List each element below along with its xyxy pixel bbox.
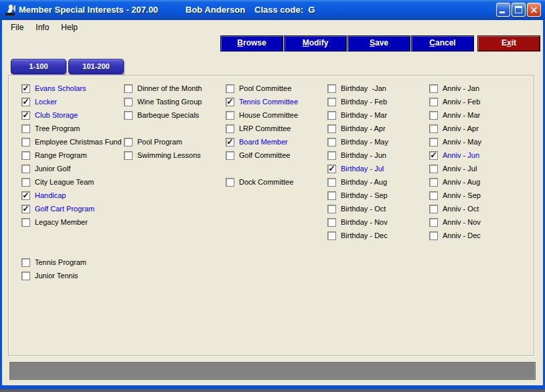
checkbox-unchecked[interactable] [327, 178, 336, 187]
checkbox-item-anniv-oct[interactable]: Anniv - Oct [429, 202, 481, 215]
checkbox-item-swimming-lessons[interactable]: Swimming Lessons [124, 149, 202, 162]
checkbox-unchecked[interactable] [327, 138, 336, 146]
checkbox-item-birthday-jan[interactable]: Birthday -Jan [327, 82, 388, 95]
checkbox-unchecked[interactable] [429, 191, 438, 200]
checkbox-item-birthday-jun[interactable]: Birthday - Jun [327, 149, 388, 162]
checkbox-unchecked[interactable] [429, 84, 438, 93]
checkbox-item-birthday-may[interactable]: Birthday - May [327, 135, 388, 149]
checkbox-unchecked[interactable] [327, 98, 336, 106]
checkbox-unchecked[interactable] [124, 84, 133, 93]
checkbox-item-anniv-feb[interactable]: Anniv - Feb [429, 95, 481, 108]
checkbox-item-anniv-mar[interactable]: Anniv - Mar [429, 108, 481, 122]
checkbox-unchecked[interactable] [429, 218, 438, 227]
exit-button[interactable]: Exit [477, 35, 540, 52]
maximize-button[interactable] [512, 3, 526, 17]
checkbox-unchecked[interactable] [327, 231, 336, 240]
checkbox-unchecked[interactable] [124, 138, 133, 146]
checkbox-unchecked[interactable] [429, 165, 438, 173]
menu-file[interactable]: File [5, 21, 29, 33]
checkbox-unchecked[interactable] [327, 205, 336, 213]
checkbox-unchecked[interactable] [21, 272, 30, 280]
checkbox-item-birthday-mar[interactable]: Birthday - Mar [327, 108, 388, 122]
tab-1-100[interactable]: 1-100 [11, 59, 66, 74]
checkbox-item-locker[interactable]: ✓Locker [21, 95, 122, 108]
checkbox-item-tennis-committee[interactable]: ✓Tennis Committee [226, 95, 298, 108]
checkbox-checked[interactable]: ✓ [21, 205, 30, 213]
checkbox-unchecked[interactable] [327, 218, 336, 227]
checkbox-unchecked[interactable] [226, 84, 234, 93]
checkbox-unchecked[interactable] [327, 124, 336, 133]
checkbox-unchecked[interactable] [327, 191, 336, 200]
checkbox-unchecked[interactable] [327, 84, 336, 93]
checkbox-item-anniv-jul[interactable]: Anniv - Jul [429, 162, 481, 175]
modify-button[interactable]: Modify [284, 35, 347, 52]
checkbox-item-pool-committee[interactable]: Pool Committee [226, 82, 298, 95]
checkbox-unchecked[interactable] [21, 178, 30, 187]
checkbox-unchecked[interactable] [124, 151, 133, 160]
checkbox-item-junior-golf[interactable]: Junior Golf [21, 162, 122, 175]
checkbox-unchecked[interactable] [429, 111, 438, 120]
cancel-button[interactable]: Cancel [411, 35, 474, 52]
checkbox-checked[interactable]: ✓ [21, 191, 30, 200]
checkbox-item-birthday-oct[interactable]: Birthday - Oct [327, 202, 388, 215]
checkbox-unchecked[interactable] [226, 178, 234, 187]
checkbox-unchecked[interactable] [21, 124, 30, 133]
checkbox-unchecked[interactable] [429, 231, 438, 240]
checkbox-item-anniv-dec[interactable]: Anniv - Dec [429, 229, 481, 242]
menu-info[interactable]: Info [29, 21, 55, 33]
checkbox-item-club-storage[interactable]: ✓Club Storage [21, 108, 122, 122]
close-button[interactable] [527, 3, 541, 17]
checkbox-item-house-committee[interactable]: House Committee [226, 108, 298, 122]
checkbox-unchecked[interactable] [429, 205, 438, 213]
checkbox-checked[interactable]: ✓ [226, 138, 234, 146]
checkbox-unchecked[interactable] [327, 151, 336, 160]
checkbox-item-tree-program[interactable]: Tree Program [21, 122, 122, 135]
menu-help[interactable]: Help [55, 21, 84, 33]
checkbox-item-anniv-may[interactable]: Anniv - May [429, 135, 481, 149]
checkbox-item-birthday-feb[interactable]: Birthday - Feb [327, 95, 388, 108]
checkbox-item-evans-scholars[interactable]: ✓Evans Scholars [21, 82, 122, 95]
checkbox-unchecked[interactable] [226, 124, 234, 133]
checkbox-unchecked[interactable] [21, 138, 30, 146]
checkbox-unchecked[interactable] [429, 178, 438, 187]
checkbox-item-barbeque-specials[interactable]: Barbeque Specials [124, 108, 202, 122]
checkbox-item-birthday-dec[interactable]: Birthday - Dec [327, 229, 388, 242]
checkbox-item-birthday-apr[interactable]: Birthday - Apr [327, 122, 388, 135]
checkbox-item-city-league-team[interactable]: City League Team [21, 175, 122, 189]
checkbox-item-wine-tasting-group[interactable]: Wine Tasting Group [124, 95, 202, 108]
checkbox-item-anniv-sep[interactable]: Anniv - Sep [429, 189, 481, 202]
browse-button[interactable]: Browse [220, 35, 283, 52]
checkbox-item-anniv-apr[interactable]: Anniv - Apr [429, 122, 481, 135]
checkbox-unchecked[interactable] [429, 124, 438, 133]
checkbox-item-lrp-committee[interactable]: LRP Committee [226, 122, 298, 135]
checkbox-unchecked[interactable] [21, 165, 30, 173]
checkbox-unchecked[interactable] [21, 218, 30, 227]
checkbox-unchecked[interactable] [124, 111, 133, 120]
checkbox-item-birthday-aug[interactable]: Birthday - Aug [327, 175, 388, 189]
checkbox-item-handicap[interactable]: ✓Handicap [21, 189, 122, 202]
checkbox-item-range-program[interactable]: Range Program [21, 149, 122, 162]
checkbox-checked[interactable]: ✓ [21, 84, 30, 93]
checkbox-item-board-member[interactable]: ✓Board Member [226, 135, 298, 149]
checkbox-item-anniv-jan[interactable]: Anniv - Jan [429, 82, 481, 95]
checkbox-item-anniv-aug[interactable]: Anniv - Aug [429, 175, 481, 189]
checkbox-unchecked[interactable] [429, 98, 438, 106]
checkbox-unchecked[interactable] [21, 258, 30, 267]
checkbox-item-golf-cart-program[interactable]: ✓Golf Cart Program [21, 202, 122, 215]
checkbox-unchecked[interactable] [429, 138, 438, 146]
checkbox-unchecked[interactable] [327, 111, 336, 120]
checkbox-item-pool-program[interactable]: Pool Program [124, 135, 202, 149]
checkbox-item-birthday-nov[interactable]: Birthday - Nov [327, 215, 388, 229]
checkbox-unchecked[interactable] [21, 151, 30, 160]
checkbox-checked[interactable]: ✓ [21, 98, 30, 106]
checkbox-item-anniv-jun[interactable]: ✓Anniv - Jun [429, 149, 481, 162]
minimize-button[interactable] [496, 3, 510, 17]
checkbox-item-junior-tennis[interactable]: Junior Tennis [21, 269, 122, 282]
checkbox-checked[interactable]: ✓ [21, 111, 30, 120]
checkbox-unchecked[interactable] [226, 111, 234, 120]
checkbox-checked[interactable]: ✓ [429, 151, 438, 160]
checkbox-unchecked[interactable] [226, 151, 234, 160]
checkbox-item-tennis-program[interactable]: Tennis Program [21, 256, 122, 269]
save-button[interactable]: Save [347, 35, 410, 52]
checkbox-checked[interactable]: ✓ [327, 165, 336, 173]
